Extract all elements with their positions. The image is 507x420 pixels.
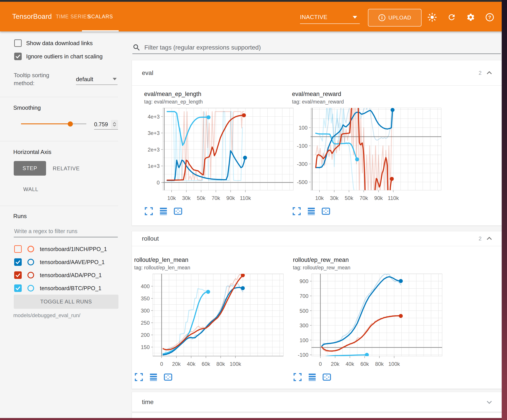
chevron-down-icon (113, 78, 117, 80)
toggle-all-runs-button[interactable]: TOGGLE ALL RUNS (14, 295, 119, 309)
chart-plot[interactable]: 10k30k50k70k90k110k100-100-300-500 (292, 106, 456, 205)
section-count: 2 (479, 235, 482, 242)
help-button[interactable]: ? (485, 12, 495, 22)
checkbox-ignore-outliers[interactable] (14, 53, 22, 60)
section-header-time[interactable]: time (132, 392, 502, 412)
help-icon: ? (485, 13, 494, 22)
svg-text:350: 350 (141, 296, 150, 302)
fullscreen-icon[interactable] (293, 372, 302, 382)
svg-text:200: 200 (141, 332, 150, 338)
run-color-swatch (28, 285, 34, 291)
chart-toolbar (134, 372, 298, 382)
runs-filter-field[interactable] (14, 228, 118, 237)
axis-option-wall[interactable]: WALL (23, 186, 38, 193)
svg-text:900: 900 (300, 278, 308, 284)
svg-text:250: 250 (141, 320, 150, 326)
checkbox-icon (14, 53, 22, 60)
data-table-icon[interactable] (159, 207, 168, 216)
run-row-btc[interactable]: tensorboard/BTC/PPO_1 (14, 284, 129, 293)
divider (0, 141, 118, 141)
svg-text:80k: 80k (375, 361, 384, 367)
axis-option-step[interactable]: STEP (14, 161, 46, 176)
run-checkbox[interactable] (14, 245, 22, 253)
chart-plot[interactable]: 020k40k60k80k100k150200250300350400 (134, 272, 298, 371)
tooltip-sorting-value: default (76, 76, 93, 83)
svg-text:70k: 70k (212, 195, 220, 201)
desktop-right-edge (502, 0, 507, 420)
runs-filter-input[interactable] (14, 228, 116, 235)
section-header-rollout[interactable]: rollout 2 (132, 231, 502, 246)
svg-text:30k: 30k (330, 195, 339, 201)
number-stepper[interactable] (111, 120, 118, 129)
fullscreen-icon[interactable] (144, 207, 154, 216)
section-card-time: time (132, 392, 502, 412)
section-title: eval (142, 69, 153, 76)
run-label: tensorboard/ADA/PPO_1 (40, 272, 102, 278)
app-title: TensorBoard (12, 2, 52, 31)
chevron-down-icon[interactable] (486, 398, 493, 406)
tab-scalars[interactable]: SCALARS (82, 2, 119, 31)
status-dropdown[interactable]: INACTIVE (300, 11, 360, 24)
fit-to-screen-icon[interactable] (321, 207, 331, 216)
horizontal-axis-label: Horizontal Axis (13, 149, 51, 156)
run-row-ada[interactable]: tensorboard/ADA/PPO_1 (14, 271, 129, 280)
fit-to-screen-icon[interactable] (322, 372, 331, 382)
svg-text:400: 400 (141, 283, 150, 289)
svg-text:100k: 100k (230, 361, 241, 367)
upload-button[interactable]: UPLOAD (368, 9, 422, 27)
fit-to-screen-icon[interactable] (173, 207, 183, 216)
section-header-eval[interactable]: eval 2 (132, 60, 502, 86)
window-bottom-edge (0, 418, 507, 420)
chart-title: rollout/ep_len_mean (134, 256, 298, 263)
tooltip-sorting-label: Tooltip sorting method: (14, 71, 63, 87)
fullscreen-icon[interactable] (292, 207, 301, 216)
gear-icon (466, 13, 475, 22)
chevron-down-icon (113, 124, 116, 126)
svg-text:3e+3: 3e+3 (148, 130, 160, 136)
filter-tags-field[interactable] (132, 41, 501, 54)
axis-option-relative[interactable]: RELATIVE (53, 165, 80, 172)
svg-text:150: 150 (141, 344, 150, 350)
run-checkbox[interactable] (14, 258, 22, 266)
run-row-1inch[interactable]: tensorboard/1INCH/PPO_1 (14, 245, 129, 254)
run-checkbox[interactable] (14, 284, 22, 292)
svg-text:-300: -300 (297, 161, 308, 167)
svg-text:90k: 90k (226, 195, 235, 201)
run-row-aave[interactable]: tensorboard/AAVE/PPO_1 (14, 258, 129, 267)
smoothing-slider-handle[interactable] (68, 121, 73, 126)
chart-rollout-ep-len-mean: rollout/ep_len_mean tag: rollout/ep_len_… (134, 256, 298, 382)
chart-tag: tag: rollout/ep_rew_mean (293, 265, 457, 271)
run-label: tensorboard/BTC/PPO_1 (40, 285, 101, 291)
chart-tag: tag: eval/mean_reward (292, 99, 456, 105)
fullscreen-icon[interactable] (134, 372, 143, 382)
chart-rollout-ep-rew-mean: rollout/ep_rew_mean tag: rollout/ep_rew_… (293, 256, 457, 382)
data-table-icon[interactable] (149, 372, 158, 382)
checkbox-show-download-links[interactable] (14, 39, 22, 47)
svg-text:40k: 40k (345, 361, 354, 367)
run-label: tensorboard/AAVE/PPO_1 (40, 259, 105, 265)
svg-text:4e+3: 4e+3 (148, 114, 160, 120)
svg-text:100: 100 (300, 337, 308, 343)
brightness-toggle-button[interactable] (427, 12, 437, 22)
run-checkbox[interactable] (14, 271, 22, 279)
tooltip-sorting-dropdown[interactable]: default (76, 74, 118, 85)
reload-data-button[interactable] (447, 12, 457, 22)
svg-text:50k: 50k (197, 195, 206, 201)
chart-plot[interactable]: 10k30k50k70k90k110k01e+32e+33e+34e+3 (144, 106, 308, 205)
window-top-edge (0, 0, 507, 2)
chevron-up-icon[interactable] (486, 69, 493, 77)
svg-text:-100: -100 (298, 352, 308, 358)
data-table-icon[interactable] (307, 207, 316, 216)
fit-to-screen-icon[interactable] (163, 372, 173, 382)
data-table-icon[interactable] (308, 372, 317, 382)
chart-plot[interactable]: 020k40k60k80k100k-100100300500700900 (293, 272, 457, 371)
svg-text:700: 700 (300, 293, 308, 299)
checkbox-ignore-outliers-label: Ignore outliers in chart scaling (26, 53, 130, 60)
smoothing-value-input[interactable]: 0.759 (94, 119, 118, 130)
svg-text:20k: 20k (331, 361, 340, 367)
tensorboard-app: TensorBoard TIME SERIES SCALARS INACTIVE… (0, 0, 507, 420)
settings-button[interactable] (466, 12, 476, 22)
chevron-up-icon[interactable] (486, 235, 493, 242)
filter-tags-input[interactable] (144, 44, 477, 51)
svg-text:110k: 110k (388, 195, 399, 201)
